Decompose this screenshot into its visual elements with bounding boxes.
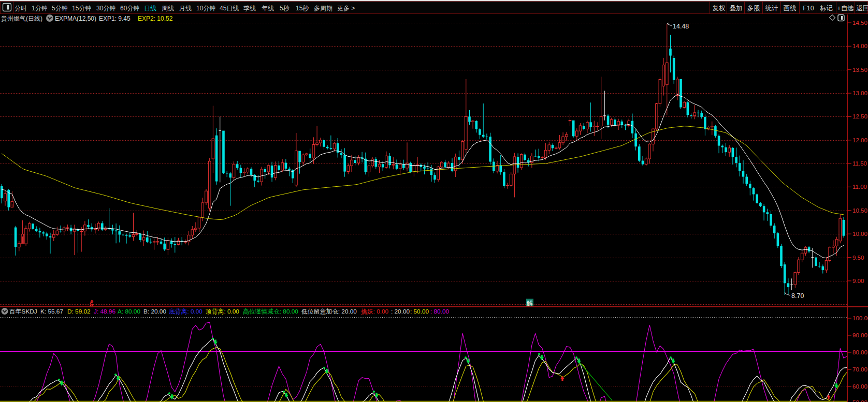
svg-text:100.00: 100.00	[852, 315, 868, 321]
svg-text:季线: 季线	[243, 5, 256, 12]
svg-text:低位留意加仓: 20.00: 低位留意加仓: 20.00	[301, 308, 357, 315]
svg-text:更多 >: 更多 >	[337, 5, 355, 12]
svg-text:复权: 复权	[713, 5, 726, 12]
svg-text:: 20.00: : 20.00	[391, 308, 410, 315]
svg-text:D: 59.02: D: 59.02	[67, 308, 91, 315]
svg-text:返回: 返回	[857, 5, 868, 12]
svg-text:12.00: 12.00	[852, 137, 867, 143]
svg-text:10.00: 10.00	[852, 231, 867, 237]
svg-text:50.00: 50.00	[852, 399, 867, 402]
svg-text:11.00: 11.00	[852, 184, 867, 190]
svg-text:14.50: 14.50	[852, 20, 867, 26]
svg-text:月线: 月线	[179, 5, 192, 12]
svg-text:12.50: 12.50	[852, 113, 867, 120]
svg-text:贵州燃气(日线): 贵州燃气(日线)	[1, 15, 42, 22]
svg-text:多周期: 多周期	[314, 5, 332, 12]
svg-text:标记: 标记	[820, 5, 833, 12]
svg-text:10.50: 10.50	[852, 207, 867, 214]
svg-text:90.00: 90.00	[852, 332, 867, 338]
svg-text:60.00: 60.00	[852, 383, 867, 390]
svg-text:B: 20.00: B: 20.00	[143, 308, 166, 315]
svg-text:14.48: 14.48	[673, 23, 689, 30]
svg-text:5秒: 5秒	[280, 5, 290, 12]
svg-text:1分钟: 1分钟	[32, 5, 48, 12]
svg-text:底背离: 0.00: 底背离: 0.00	[169, 308, 202, 315]
svg-text:K: 55.67: K: 55.67	[40, 308, 63, 315]
svg-text:周线: 周线	[162, 5, 174, 12]
svg-text:15秒: 15秒	[296, 5, 309, 12]
svg-text:年线: 年线	[262, 5, 274, 12]
svg-text:9.00: 9.00	[852, 278, 864, 284]
svg-text:画线: 画线	[784, 5, 797, 12]
svg-text:叠加: 叠加	[730, 5, 743, 12]
svg-text:解: 解	[527, 300, 533, 307]
svg-text:9.50: 9.50	[852, 255, 864, 261]
svg-text:J: 48.96: J: 48.96	[94, 308, 115, 315]
svg-text:11.50: 11.50	[852, 160, 867, 167]
svg-text:60分钟: 60分钟	[120, 5, 139, 12]
svg-text:F10: F10	[803, 5, 814, 12]
svg-text:多股: 多股	[747, 5, 761, 12]
svg-text:: 50.00: : 50.00	[410, 308, 429, 315]
svg-text:+自选: +自选	[837, 5, 853, 12]
svg-text:分时: 分时	[15, 5, 27, 12]
svg-text:: 80.00: : 80.00	[430, 308, 450, 315]
svg-text:高位谨慎减仓: 80.00: 高位谨慎减仓: 80.00	[243, 308, 298, 315]
svg-text:5分钟: 5分钟	[52, 5, 68, 12]
svg-text:10分钟: 10分钟	[196, 5, 215, 12]
svg-text:擒妖: 0.00: 擒妖: 0.00	[361, 308, 389, 315]
svg-text:14.00: 14.00	[852, 43, 867, 49]
svg-text:顶背离: 0.00: 顶背离: 0.00	[205, 308, 239, 315]
svg-text:EXP2: 10.52: EXP2: 10.52	[138, 15, 173, 22]
svg-text:EXPMA(12,50): EXPMA(12,50)	[55, 15, 96, 22]
svg-text:30分钟: 30分钟	[96, 5, 115, 12]
svg-text:70.00: 70.00	[852, 366, 867, 373]
svg-text:A: 80.00: A: 80.00	[118, 308, 140, 315]
svg-text:EXP1: 9.45: EXP1: 9.45	[99, 15, 131, 22]
svg-text:日线: 日线	[144, 5, 156, 12]
svg-text:13.00: 13.00	[852, 90, 867, 96]
svg-text:13.50: 13.50	[852, 67, 867, 73]
svg-text:统计: 统计	[765, 5, 779, 12]
svg-text:45日线: 45日线	[220, 5, 239, 12]
svg-text:80.00: 80.00	[852, 349, 867, 355]
svg-text:8.70: 8.70	[791, 292, 804, 300]
svg-text:百年SKDJ: 百年SKDJ	[9, 308, 37, 315]
svg-text:15分钟: 15分钟	[72, 5, 91, 12]
